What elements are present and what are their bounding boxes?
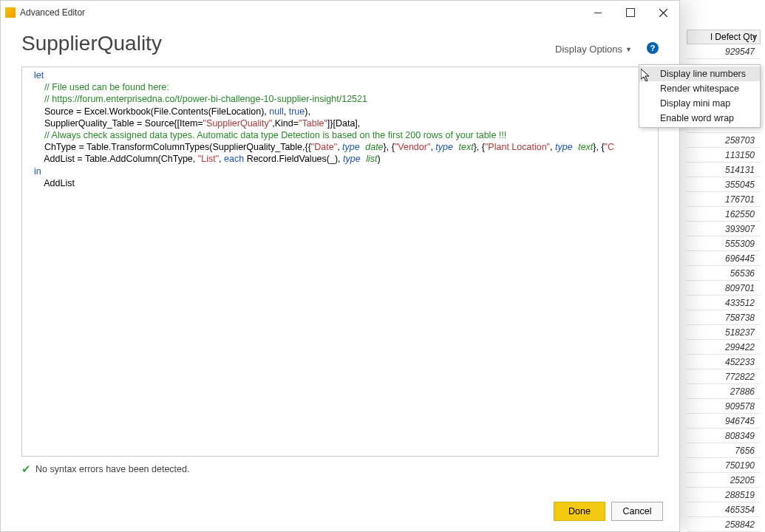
background-cell[interactable]: 929547 xyxy=(687,44,761,59)
display-options-menu: Display line numbers Render whitespace D… xyxy=(639,64,761,128)
code-editor[interactable]: let // File used can be found here: // h… xyxy=(21,66,659,457)
menu-enable-word-wrap[interactable]: Enable word wrap xyxy=(639,111,760,126)
background-cell[interactable]: 56536 xyxy=(687,266,761,281)
header-row: SupplierQuality Display Options ▼ ? xyxy=(1,24,679,61)
button-row: Done Cancel xyxy=(554,502,663,521)
window-title: Advanced Editor xyxy=(20,7,582,18)
close-icon xyxy=(659,9,667,17)
background-cell[interactable]: 7656 xyxy=(687,443,761,458)
background-column-header-label: l Defect Qty xyxy=(710,32,757,42)
background-cell[interactable]: 772822 xyxy=(687,369,761,384)
help-icon[interactable]: ? xyxy=(647,42,659,54)
minimize-button[interactable] xyxy=(582,1,614,24)
background-cell[interactable]: 299422 xyxy=(687,340,761,355)
background-cell[interactable]: 946745 xyxy=(687,414,761,429)
background-cell[interactable]: 465354 xyxy=(687,502,761,517)
cancel-button[interactable]: Cancel xyxy=(611,502,663,521)
background-cell[interactable]: 162550 xyxy=(687,207,761,222)
done-button[interactable]: Done xyxy=(554,502,605,521)
background-cell[interactable]: 514131 xyxy=(687,163,761,177)
menu-display-mini-map[interactable]: Display mini map xyxy=(639,96,760,111)
status-text: No syntax errors have been detected. xyxy=(35,464,189,474)
chevron-down-icon: ▼ xyxy=(625,46,632,53)
background-cell[interactable]: 176701 xyxy=(687,192,761,207)
background-cell[interactable]: 750190 xyxy=(687,458,761,473)
background-cell[interactable]: 809701 xyxy=(687,281,761,296)
background-cell[interactable]: 808349 xyxy=(687,429,761,443)
status-bar: ✔ No syntax errors have been detected. xyxy=(21,463,659,476)
background-cell[interactable]: 555309 xyxy=(687,236,761,251)
app-icon xyxy=(5,7,16,18)
background-column-header[interactable]: l Defect Qty ▼ xyxy=(687,30,761,44)
background-cell[interactable]: 452233 xyxy=(687,355,761,369)
background-cell[interactable]: 518237 xyxy=(687,325,761,340)
background-cell[interactable]: 433512 xyxy=(687,296,761,310)
background-cell[interactable]: 909578 xyxy=(687,399,761,414)
menu-display-line-numbers[interactable]: Display line numbers xyxy=(639,66,760,81)
background-cell[interactable]: 27886 xyxy=(687,384,761,399)
background-cell[interactable]: 288519 xyxy=(687,488,761,502)
check-icon: ✔ xyxy=(21,463,31,476)
background-cell[interactable]: 258703 xyxy=(687,133,761,148)
close-button[interactable] xyxy=(647,1,679,24)
background-cell[interactable]: 25205 xyxy=(687,473,761,488)
display-options-label: Display Options xyxy=(555,44,622,55)
menu-render-whitespace[interactable]: Render whitespace xyxy=(639,81,760,96)
code-content[interactable]: let // File used can be found here: // h… xyxy=(22,67,658,191)
background-cell[interactable]: 113150 xyxy=(687,148,761,163)
display-options-button[interactable]: Display Options ▼ xyxy=(551,41,636,58)
background-cell[interactable]: 393907 xyxy=(687,222,761,236)
background-cell[interactable]: 696445 xyxy=(687,251,761,266)
advanced-editor-window: Advanced Editor SupplierQuality Display … xyxy=(0,0,680,532)
titlebar: Advanced Editor xyxy=(1,1,679,24)
background-cell[interactable]: 258842 xyxy=(687,517,761,532)
column-dropdown-icon[interactable]: ▼ xyxy=(752,33,758,41)
background-cell[interactable]: 758738 xyxy=(687,310,761,325)
maximize-button[interactable] xyxy=(614,1,647,24)
query-name: SupplierQuality xyxy=(21,32,551,55)
background-cell[interactable]: 355045 xyxy=(687,177,761,192)
